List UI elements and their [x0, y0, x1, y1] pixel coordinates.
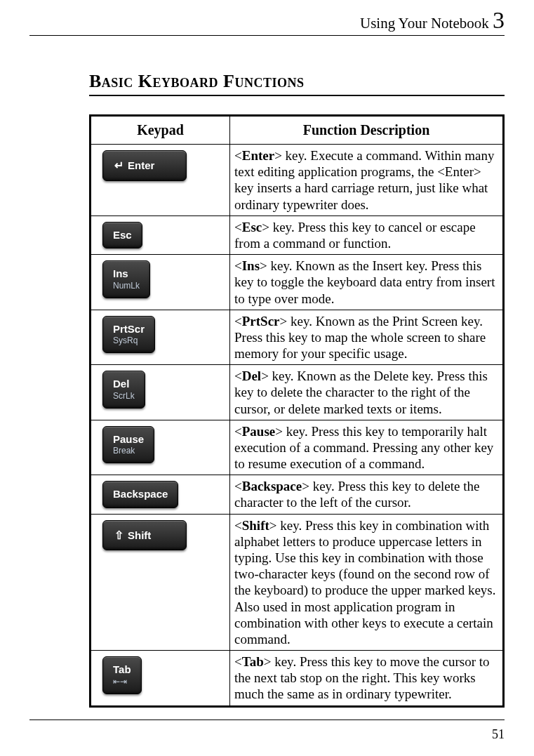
key-name: Del [242, 369, 261, 383]
keycap-label: Del [113, 378, 129, 390]
keypad-cell: Backspace [91, 475, 230, 515]
page-footer: 51 [29, 719, 505, 756]
table-row: PrtScrSysRq<PrtScr> key. Known as the Pr… [91, 310, 504, 365]
description-cell: <Del> key. Known as the Delete key. Pres… [230, 365, 504, 420]
table-row: InsNumLk<Ins> key. Known as the Insert k… [91, 255, 504, 310]
keycap-icon: Backspace [102, 481, 178, 508]
description-cell: <Tab> key. Press this key to move the cu… [230, 651, 504, 707]
page-number: 51 [492, 727, 505, 741]
table-row: Backspace<Backspace> key. Press this key… [91, 475, 504, 515]
description-cell: <PrtScr> key. Known as the Print Screen … [230, 310, 504, 365]
keypad-cell: InsNumLk [91, 255, 230, 310]
keycap-sublabel: Break [113, 446, 144, 456]
keycap-label: Shift [128, 529, 151, 541]
chapter-number: 3 [493, 7, 505, 33]
key-name: Tab [242, 654, 264, 669]
section-title: Basic Keyboard Functions [89, 71, 505, 96]
table-row: PauseBreak<Pause> key. Press this key to… [91, 420, 504, 475]
running-head: Using Your Notebook 3 [29, 7, 505, 36]
keypad-cell: ↵Enter [91, 145, 230, 216]
table-row: DelScrLk<Del> key. Known as the Delete k… [91, 365, 504, 420]
keycap-label: Esc [113, 229, 132, 241]
description-cell: <Esc> key. Press this key to cancel or e… [230, 215, 504, 255]
key-glyph-icon: ⇧ [114, 529, 124, 542]
keypad-cell: Tab⇤⇥ [91, 651, 230, 707]
keycap-sublabel: NumLk [113, 281, 140, 291]
key-name: Pause [242, 424, 276, 439]
description-cell: <Backspace> key. Press this key to delet… [230, 475, 504, 515]
keycap-icon: ↵Enter [102, 150, 187, 181]
keypad-cell: ⇧Shift [91, 514, 230, 650]
key-name: Backspace [242, 479, 302, 493]
keycap-icon: DelScrLk [102, 371, 145, 409]
keycap-label: Enter [128, 159, 154, 171]
keycap-icon: ⇧Shift [102, 520, 187, 551]
key-name: Ins [242, 258, 260, 273]
keycap-icon: InsNumLk [102, 260, 150, 298]
keycap-label: Backspace [113, 488, 168, 500]
key-name: PrtScr [242, 314, 280, 329]
keycap-label: PrtScr [113, 323, 145, 335]
keypad-cell: Esc [91, 215, 230, 255]
description-cell: <Pause> key. Press this key to temporari… [230, 420, 504, 475]
keycap-icon: Tab⇤⇥ [102, 656, 142, 694]
table-row: Tab⇤⇥<Tab> key. Press this key to move t… [91, 651, 504, 707]
keycap-icon: PauseBreak [102, 426, 154, 464]
description-cell: <Enter> key. Execute a command. Within m… [230, 145, 504, 216]
keycap-sublabel: ⇤⇥ [113, 677, 131, 687]
keycap-label: Pause [113, 433, 144, 445]
description-cell: <Shift> key. Press this key in combinati… [230, 514, 504, 650]
keycap-icon: PrtScrSysRq [102, 316, 155, 354]
description-cell: <Ins> key. Known as the Insert key. Pres… [230, 255, 504, 310]
keycap-sublabel: SysRq [113, 336, 145, 345]
running-head-title: Using Your Notebook [360, 15, 489, 32]
key-name: Shift [242, 518, 269, 533]
keyboard-function-table: Keypad Function Description ↵Enter<Enter… [89, 114, 505, 708]
table-header-desc: Function Description [230, 116, 504, 145]
keypad-cell: PrtScrSysRq [91, 310, 230, 365]
keypad-cell: DelScrLk [91, 365, 230, 420]
table-row: ⇧Shift<Shift> key. Press this key in com… [91, 514, 504, 650]
key-name: Esc [242, 220, 262, 234]
key-name: Enter [242, 148, 274, 163]
keycap-icon: Esc [102, 222, 142, 249]
key-glyph-icon: ↵ [114, 159, 124, 172]
keycap-label: Ins [113, 267, 128, 279]
table-row: Esc<Esc> key. Press this key to cancel o… [91, 215, 504, 255]
keypad-cell: PauseBreak [91, 420, 230, 475]
table-header-keypad: Keypad [91, 116, 230, 145]
keycap-label: Tab [113, 663, 131, 675]
keycap-sublabel: ScrLk [113, 392, 135, 401]
table-row: ↵Enter<Enter> key. Execute a command. Wi… [91, 145, 504, 216]
